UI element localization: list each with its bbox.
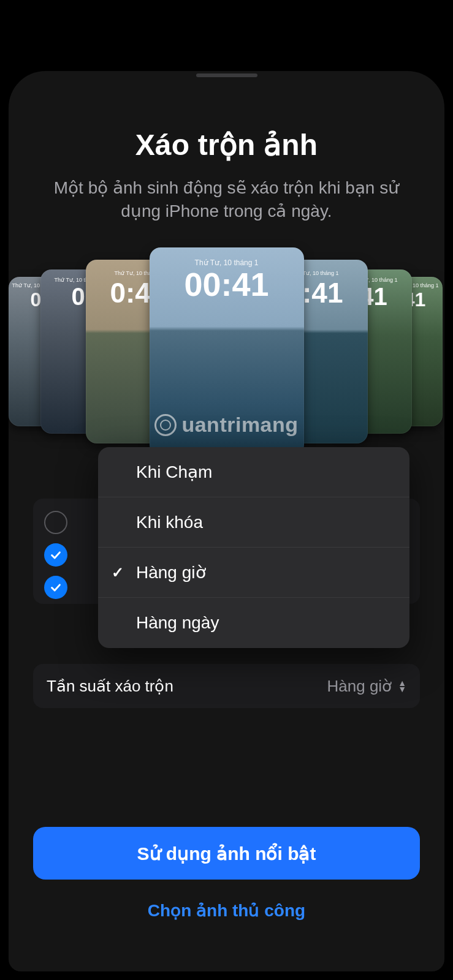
page-title: Xáo trộn ảnh: [9, 127, 444, 162]
page-subtitle: Một bộ ảnh sinh động sẽ xáo trộn khi bạn…: [33, 176, 420, 223]
unchecked-circle-icon[interactable]: [44, 511, 67, 534]
preview-time: 0: [31, 288, 42, 311]
dropdown-option-hourly[interactable]: ✓ Hàng giờ: [98, 548, 409, 598]
frequency-label: Tần suất xáo trộn: [47, 677, 173, 696]
dropdown-option-on-lock[interactable]: Khi khóa: [98, 497, 409, 548]
dropdown-option-label: Khi Chạm: [136, 462, 212, 482]
shuffle-frequency-picker[interactable]: Tần suất xáo trộn Hàng giờ ▲▼: [33, 664, 420, 708]
photo-carousel[interactable]: Thứ Tư, 10 tháng 1 0 Thứ Tư, 10 tháng 1 …: [9, 247, 444, 456]
use-featured-photos-button[interactable]: Sử dụng ảnh nổi bật: [33, 827, 420, 880]
secondary-link-label: Chọn ảnh thủ công: [148, 901, 305, 920]
preview-time: 0: [71, 283, 85, 311]
dropdown-option-on-tap[interactable]: Khi Chạm: [98, 447, 409, 497]
checked-circle-icon[interactable]: [44, 543, 67, 567]
preview-date: Thứ Tư, 10 tháng 1: [195, 258, 259, 267]
frequency-value-text: Hàng giờ: [327, 677, 392, 696]
choose-photos-manually-link[interactable]: Chọn ảnh thủ công: [9, 900, 444, 921]
frequency-value: Hàng giờ ▲▼: [327, 677, 406, 696]
up-down-chevron-icon: ▲▼: [398, 680, 406, 692]
dropdown-option-label: Hàng ngày: [136, 613, 219, 633]
wallpaper-preview-center[interactable]: Thứ Tư, 10 tháng 1 00:41: [150, 247, 304, 456]
dropdown-option-label: Hàng giờ: [136, 562, 206, 582]
primary-button-label: Sử dụng ảnh nổi bật: [137, 843, 316, 864]
checkmark-icon: ✓: [112, 564, 124, 581]
preview-time: 00:41: [184, 267, 268, 301]
dropdown-option-daily[interactable]: Hàng ngày: [98, 598, 409, 648]
dropdown-option-label: Khi khóa: [136, 513, 203, 532]
device-frame: Xáo trộn ảnh Một bộ ảnh sinh động sẽ xáo…: [9, 71, 444, 971]
frequency-dropdown-menu[interactable]: Khi Chạm Khi khóa ✓ Hàng giờ Hàng ngày: [98, 447, 409, 648]
checked-circle-icon[interactable]: [44, 576, 67, 599]
